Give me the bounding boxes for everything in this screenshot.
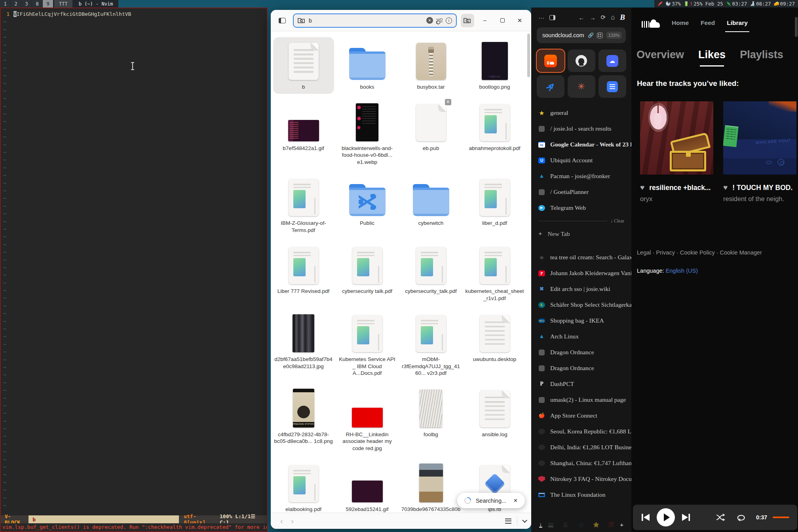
workspace-button-8[interactable]: 8 — [32, 0, 43, 8]
forward-icon[interactable]: → — [589, 14, 595, 21]
clear-search-icon[interactable]: ✕ — [426, 17, 433, 24]
footer-links[interactable]: Legal · Privacy · Cookie Policy · Cookie… — [631, 203, 798, 256]
sidebar-recent-tab[interactable]: ▲Arch Linux — [531, 329, 631, 344]
nvim-window[interactable]: 1VIFiGhEelLCqjVrfkciGtDBeGHgIuFKlnlhtVB … — [0, 8, 268, 532]
file-item[interactable]: busybox.tar — [401, 37, 462, 94]
previous-track-icon[interactable] — [641, 513, 650, 521]
workspace-button-9[interactable]: 9 — [43, 0, 53, 8]
file-item[interactable]: cyberwitch — [401, 173, 462, 237]
search-input[interactable]: b ✕ i — [293, 13, 457, 28]
sidebar-recent-tab[interactable]: Delhi, India: €1,286 LOT Business C — [531, 439, 631, 455]
new-tab-button[interactable]: + New Tab — [531, 226, 631, 242]
sidebar-recent-tab[interactable]: Nitrokey 3 FAQ - Nitrokey Docume — [531, 471, 631, 487]
track-artist[interactable]: resident of the neigh. — [723, 195, 796, 203]
sidebar-recent-tab[interactable]: S.Schäfer Shop Select Sichtlagerkast — [531, 297, 631, 313]
sidebar-recent-tab[interactable]: The Linux Foundation — [531, 487, 631, 503]
sidebar-toggle-button[interactable] — [276, 14, 289, 27]
file-item[interactable]: elalbooking.pdf — [273, 460, 334, 513]
file-item[interactable]: b — [273, 37, 334, 94]
sidebar-recent-tab[interactable]: ✖Edit arch sso | josie.wiki — [531, 281, 631, 297]
tab-likes[interactable]: Likes — [698, 49, 726, 61]
file-item[interactable]: liber_d.pdf — [464, 173, 525, 237]
file-item[interactable]: 7039bde967674335c80bdefaa231cc.jpg — [401, 460, 462, 513]
sidebar-recent-tab[interactable]: Shanghai, China: €1,747 Lufthansa — [531, 455, 631, 471]
sidebar-recent-tab[interactable]: ★tea tree oil cream: Search - Galaxus — [531, 249, 631, 265]
search-filter-icon[interactable] — [436, 18, 443, 23]
sidebar-recent-tab[interactable]: 🍎App Store Connect — [531, 408, 631, 424]
sidebar-tab[interactable]: / GoetiaPlanner — [531, 184, 631, 200]
list-view-icon[interactable] — [505, 519, 511, 524]
shuffle-icon[interactable] — [716, 513, 726, 521]
file-item[interactable]: cybersecurity_talk.pdf — [401, 241, 462, 305]
file-item[interactable]: Liber 777 Revised.pdf — [273, 241, 334, 305]
track-artwork[interactable] — [640, 101, 713, 175]
soundcloud-logo-icon[interactable] — [642, 18, 660, 28]
progress-bar[interactable] — [773, 517, 789, 518]
view-options-chevron-icon[interactable] — [522, 518, 527, 523]
sidebar-tab[interactable]: / josie.lol - search results — [531, 121, 631, 137]
reload-icon[interactable]: ⟳ — [600, 14, 606, 21]
tab-playlists[interactable]: Playlists — [740, 49, 783, 61]
workspace-button-1[interactable]: 1 — [0, 0, 11, 8]
sidebar-recent-tab[interactable]: Seoul, Korea Republic: €1,688 Luft — [531, 424, 631, 439]
url-bar[interactable]: soundcloud.com 🔗 133% — [537, 27, 626, 43]
pinned-tab-docs[interactable] — [598, 75, 626, 98]
sidebar-tab[interactable]: ★general — [531, 105, 631, 121]
sidebar-tab[interactable]: UUbiquiti Account — [531, 152, 631, 168]
workspace-icon[interactable]: 🎩 — [563, 522, 569, 528]
pinned-tab-arrows[interactable]: ≫ — [537, 75, 564, 98]
file-item[interactable]: d2bf67aa51befb59af7b4e0c98ad2113.jpg — [273, 310, 334, 380]
file-item[interactable]: RH-BC__Linkedin associate header my code… — [337, 385, 398, 455]
clear-tabs-button[interactable]: ↓ Clear — [610, 218, 624, 224]
sidebar-recent-tab[interactable]: PJohann Jakob Kleiderwagen Vanity — [531, 265, 631, 281]
pinned-tab-soundcloud[interactable] — [537, 49, 564, 72]
link-icon[interactable]: 🔗 — [588, 32, 594, 38]
nav-feed[interactable]: Feed — [701, 19, 715, 27]
track-card[interactable]: ♥resilience +black... oryx — [640, 101, 713, 203]
play-button[interactable] — [657, 508, 675, 526]
sidebar-panel-icon[interactable] — [549, 15, 555, 20]
file-item[interactable]: cybersecurity talk.pdf — [337, 241, 398, 305]
file-item[interactable]: ✕eb.pub — [401, 99, 462, 169]
search-info-icon[interactable]: i — [446, 17, 452, 24]
file-item[interactable]: blackwinterwells-and-food-house-v0-6bdl.… — [337, 99, 398, 169]
pinned-tab-burst[interactable]: ✳ — [568, 75, 595, 98]
close-button[interactable]: ✕ — [513, 14, 526, 27]
sidebar-recent-tab[interactable]: umask(2) - Linux manual page — [531, 392, 631, 408]
home-icon[interactable]: ⌂ — [611, 13, 615, 21]
maximize-button[interactable] — [496, 14, 509, 27]
file-item[interactable]: Kubernetes Service API _ IBM Cloud A...D… — [337, 310, 398, 380]
repeat-icon[interactable] — [736, 513, 746, 521]
file-item[interactable]: FREESIDE STATIONc4fbd279-2832-4b78-bc05-… — [273, 385, 334, 455]
sidebar-tab[interactable]: 31Google Calendar - Week of 23 F — [531, 137, 631, 152]
nav-home[interactable]: Home — [672, 19, 689, 27]
file-item[interactable]: books — [337, 37, 398, 94]
track-title[interactable]: resilience +black... — [649, 184, 711, 192]
file-item[interactable]: foolbg — [401, 385, 462, 455]
file-item[interactable]: uwubuntu.desktop — [464, 310, 525, 380]
minimize-button[interactable]: − — [478, 14, 492, 27]
back-icon[interactable]: ← — [578, 14, 584, 21]
file-item[interactable]: b7ef548422a1.gif — [273, 99, 334, 169]
forward-button[interactable]: › — [287, 516, 298, 526]
file-manager-window[interactable]: b ✕ i − ✕ bbooksbusybox.tar~(:())) )~);)… — [271, 10, 531, 529]
back-button[interactable]: ‹ — [276, 516, 287, 526]
workspace-button-2[interactable]: 2 — [11, 0, 21, 8]
track-card[interactable]: WHO ARE YOU? ♥! TOUCH MY BOD. resident o… — [723, 101, 796, 203]
track-title[interactable]: ! TOUCH MY BOD. — [732, 184, 792, 192]
sidebar-recent-tab[interactable]: Dragon Ordnance — [531, 344, 631, 360]
file-item[interactable]: ansible.log — [464, 385, 525, 455]
add-workspace-icon[interactable]: + — [620, 521, 623, 528]
file-item[interactable]: ~(:())) )~);)-bootlogo.png — [464, 37, 525, 94]
workspace-button-3[interactable]: 3 — [21, 0, 32, 8]
workspace-icon[interactable]: 💯 — [608, 522, 614, 528]
file-item[interactable]: abnahmeprotokoll.pdf — [464, 99, 525, 169]
file-item[interactable]: IBM-Z-Glossary-of-Terms.pdf — [273, 173, 334, 237]
downloads-icon[interactable]: ↓ — [539, 522, 542, 528]
menu-dots-icon[interactable]: ··· — [538, 14, 544, 21]
nvim-buffer[interactable]: 1VIFiGhEelLCqjVrfkciGtDBeGHgIuFKlnlhtVB … — [1, 8, 267, 515]
dismiss-toast-icon[interactable]: ✕ — [513, 498, 518, 504]
workspace-icons[interactable]: 💻🎩🌑⭐💯 — [547, 522, 614, 528]
pinned-tab-github[interactable] — [568, 49, 595, 72]
sidebar-recent-tab[interactable]: PDashPCT — [531, 376, 631, 392]
